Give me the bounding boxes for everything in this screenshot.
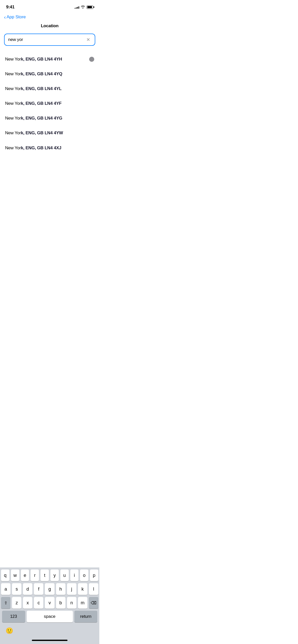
wifi-icon <box>81 6 85 9</box>
list-item[interactable]: New York, ENG, GB LN4 4YG <box>0 111 99 126</box>
list-item[interactable]: New York, ENG, GB LN4 4YW <box>0 126 99 140</box>
result-text: New York, ENG, GB LN4 4YG <box>5 115 62 121</box>
result-text: New York, ENG, GB LN4 4XJ <box>5 145 61 151</box>
list-item[interactable]: New York, ENG, GB LN4 4YF <box>0 96 99 111</box>
list-item[interactable]: New York, ENG, GB LN4 4XJ <box>0 141 99 155</box>
result-dot-indicator <box>89 57 94 62</box>
search-input[interactable] <box>8 37 83 42</box>
list-item[interactable]: New York, ENG, GB LN4 4YQ <box>0 67 99 81</box>
back-button[interactable]: ‹ App Store <box>4 14 26 20</box>
result-text: New York, ENG, GB LN4 4YQ <box>5 71 62 77</box>
result-text: New York, ENG, GB LN4 4YW <box>5 130 63 136</box>
back-label: App Store <box>7 14 26 20</box>
nav-bar: Location <box>0 21 99 32</box>
search-container: ✕ <box>0 32 99 50</box>
page-title: Location <box>41 23 58 28</box>
battery-icon <box>87 6 93 9</box>
status-icons <box>75 6 93 9</box>
status-bar: 9:41 <box>0 0 99 12</box>
status-time: 9:41 <box>6 5 15 10</box>
results-list: New York, ENG, GB LN4 4YH New York, ENG,… <box>0 50 99 157</box>
result-text: New York, ENG, GB LN4 4YL <box>5 86 62 92</box>
clear-button[interactable]: ✕ <box>85 37 91 43</box>
list-item[interactable]: New York, ENG, GB LN4 4YL <box>0 81 99 96</box>
result-text: New York, ENG, GB LN4 4YH <box>5 56 62 62</box>
signal-icon <box>75 6 79 9</box>
result-text: New York, ENG, GB LN4 4YF <box>5 101 62 106</box>
back-navigation: ‹ App Store <box>0 12 99 21</box>
back-chevron-icon: ‹ <box>4 14 6 20</box>
list-item[interactable]: New York, ENG, GB LN4 4YH <box>0 52 99 67</box>
search-box: ✕ <box>4 34 95 46</box>
